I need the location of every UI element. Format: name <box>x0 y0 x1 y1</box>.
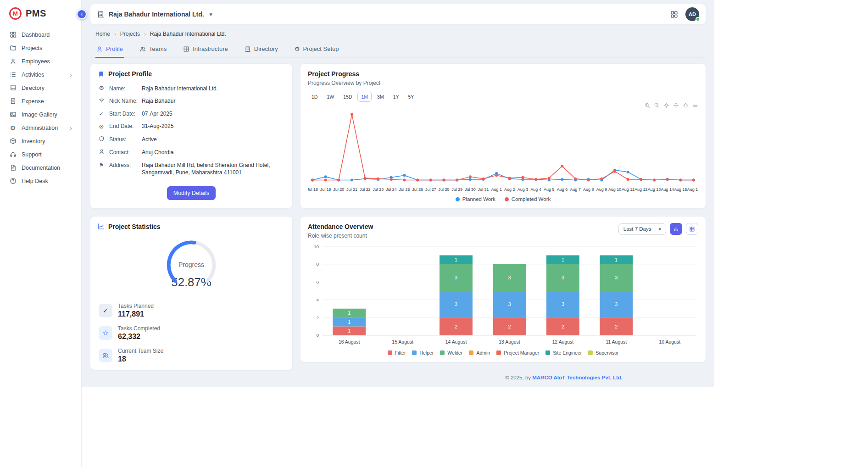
attendance-chart[interactable]: 024681011116 August15 August233114 Augus… <box>308 242 698 348</box>
people-icon <box>139 46 146 52</box>
tab-label: Directory <box>254 45 278 52</box>
breadcrumb-projects[interactable]: Projects <box>120 31 140 37</box>
tab-teams[interactable]: Teams <box>139 41 167 58</box>
date-range-select[interactable]: Last 7 Days ▾ <box>618 223 666 235</box>
profile-field-name: ⚙ Name: Raja Bahadur International Ltd. <box>98 82 285 95</box>
sidebar-item-administration[interactable]: ⚙ Administration › <box>0 121 81 134</box>
zoom-out-icon[interactable] <box>654 102 660 108</box>
chart-view-toggle[interactable] <box>670 223 682 235</box>
svg-text:3: 3 <box>455 275 457 280</box>
modify-details-button[interactable]: Modify Details <box>167 186 216 200</box>
apps-grid-icon[interactable] <box>670 11 678 18</box>
brand-m-icon: M <box>9 7 22 20</box>
breadcrumb: Home › Projects › Raja Bahadur Internati… <box>90 31 706 37</box>
sidebar-item-dashboard[interactable]: Dashboard <box>0 28 81 41</box>
stat-value: 117,891 <box>118 310 154 318</box>
footer-company-link[interactable]: MARCO AIoT Technologies Pvt. Ltd. <box>532 375 623 380</box>
svg-text:4: 4 <box>316 297 319 302</box>
legend-item-fitter[interactable]: Fitter <box>388 350 406 356</box>
svg-text:Jul 27: Jul 27 <box>425 187 436 192</box>
footer: © 2025, by MARCO AIoT Technologies Pvt. … <box>90 375 706 380</box>
autoscale-icon[interactable] <box>663 102 669 108</box>
sidebar-item-employees[interactable]: Employees <box>0 55 81 68</box>
attendance-controls: Last 7 Days ▾ <box>618 223 698 235</box>
sidebar-item-directory[interactable]: Directory <box>0 81 81 95</box>
sidebar-nav: Dashboard Projects Employees Activities … <box>0 28 81 188</box>
line-chart-svg[interactable]: Jul 18Jul 19Jul 20Jul 21Jul 22Jul 23Jul … <box>308 105 698 195</box>
svg-text:1: 1 <box>455 257 457 262</box>
sidebar-item-activities[interactable]: Activities › <box>0 68 81 81</box>
legend-item-admin[interactable]: Admin <box>469 350 490 356</box>
building-icon <box>97 11 105 18</box>
field-value: Active <box>142 136 285 143</box>
field-value: Raja Bahadur <box>142 97 285 105</box>
svg-text:1: 1 <box>562 257 564 262</box>
legend-item-completed-work[interactable]: Completed Work <box>505 196 551 202</box>
range-button-3m[interactable]: 3M <box>373 92 388 102</box>
svg-text:Jul 22: Jul 22 <box>360 187 371 192</box>
tab-project-setup[interactable]: ⚙ Project Setup <box>294 41 340 58</box>
range-button-1y[interactable]: 1Y <box>389 92 403 102</box>
sidebar-item-image-gallery[interactable]: Image Gallery <box>0 108 81 121</box>
bar-chart-svg[interactable]: 024681011116 August15 August233114 Augus… <box>308 242 698 348</box>
breadcrumb-home[interactable]: Home <box>95 31 110 37</box>
range-button-15d[interactable]: 15D <box>339 92 356 102</box>
sidebar-collapse-button[interactable]: ‹ <box>77 9 87 19</box>
sidebar-item-label: Directory <box>22 85 45 91</box>
sidebar-item-projects[interactable]: Projects <box>0 41 81 55</box>
legend-item-project-manager[interactable]: Project Manager <box>496 350 539 356</box>
range-button-1m[interactable]: 1M <box>357 92 372 102</box>
svg-text:2: 2 <box>562 324 564 329</box>
range-button-1d[interactable]: 1D <box>308 92 321 102</box>
project-progress-chart[interactable]: Jul 18Jul 19Jul 20Jul 21Jul 22Jul 23Jul … <box>308 105 698 195</box>
field-label: Status: <box>109 136 138 143</box>
legend-label: Helper <box>419 350 434 356</box>
menu-icon[interactable] <box>692 102 698 108</box>
footer-copyright: © 2025, by <box>505 375 532 380</box>
svg-text:1: 1 <box>348 328 351 334</box>
headset-icon <box>9 151 17 158</box>
sidebar-item-inventory[interactable]: Inventory <box>0 134 81 148</box>
card-subtitle: Role-wise present count <box>308 233 373 239</box>
legend-item-supervisor[interactable]: Supervisor <box>588 350 618 356</box>
pan-icon[interactable] <box>673 102 679 108</box>
main-area: ‹ Raja Bahadur International Ltd. ▾ AD <box>82 0 714 467</box>
range-selector: 1D 1W 15D 1M 3M 1Y 5Y <box>308 92 698 102</box>
range-button-1w[interactable]: 1W <box>323 92 338 102</box>
tab-profile[interactable]: Profile <box>95 41 124 58</box>
svg-text:3: 3 <box>615 301 618 307</box>
svg-text:Jul 18: Jul 18 <box>308 187 318 192</box>
flag-icon: ⚑ <box>98 161 105 169</box>
home-icon[interactable] <box>683 102 689 108</box>
bookmark-icon <box>98 71 105 78</box>
legend-item-welder[interactable]: Welder <box>440 350 462 356</box>
svg-text:Aug 14: Aug 14 <box>661 187 673 192</box>
tab-directory[interactable]: Directory <box>244 41 279 58</box>
field-label: Contact: <box>109 149 138 156</box>
legend-item-planned-work[interactable]: Planned Work <box>456 196 495 202</box>
legend-item-site-engineer[interactable]: Site Engineer <box>545 350 582 356</box>
sidebar-item-expense[interactable]: Expense <box>0 95 81 108</box>
sidebar-item-help-desk[interactable]: Help Desk <box>0 174 81 188</box>
company-selector[interactable]: Raja Bahadur International Ltd. ▾ <box>97 11 212 18</box>
table-view-toggle[interactable] <box>686 223 698 235</box>
tab-infrastructure[interactable]: Infrastructure <box>182 41 229 58</box>
sidebar-item-label: Expense <box>22 98 44 105</box>
sidebar-item-support[interactable]: Support <box>0 148 81 161</box>
svg-text:3: 3 <box>455 301 457 307</box>
svg-text:Aug 16: Aug 16 <box>687 187 698 192</box>
range-button-5y[interactable]: 5Y <box>404 92 417 102</box>
app-logo[interactable]: M PMS <box>0 6 81 28</box>
legend-label: Welder <box>447 350 462 356</box>
legend-swatch <box>440 350 445 355</box>
svg-text:0: 0 <box>316 333 319 338</box>
sidebar-item-label: Inventory <box>22 138 45 145</box>
zoom-in-icon[interactable] <box>644 102 650 108</box>
sidebar-item-documentation[interactable]: Documentation <box>0 161 81 174</box>
legend-label: Fitter <box>395 350 406 356</box>
chart-line-icon <box>98 223 105 230</box>
svg-text:Aug 1: Aug 1 <box>491 187 501 192</box>
legend-item-helper[interactable]: Helper <box>412 350 434 356</box>
avatar[interactable]: AD <box>685 7 699 21</box>
svg-text:3: 3 <box>508 275 511 280</box>
